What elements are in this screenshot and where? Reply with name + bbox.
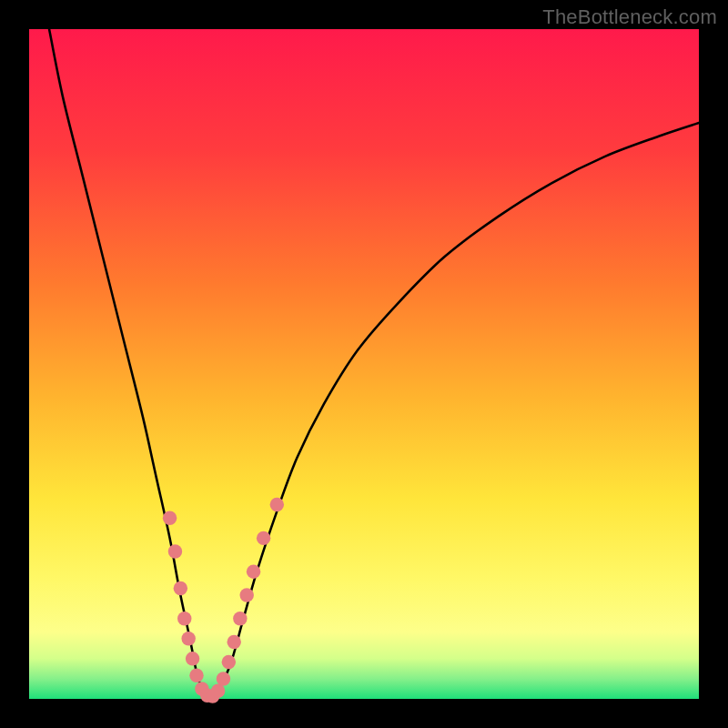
data-marker bbox=[168, 544, 182, 558]
bottleneck-curve bbox=[49, 29, 699, 699]
watermark-text: TheBottleneck.com bbox=[542, 5, 717, 29]
data-marker bbox=[177, 612, 191, 625]
chart-svg bbox=[29, 29, 699, 699]
chart-frame: TheBottleneck.com bbox=[0, 0, 728, 728]
data-marker bbox=[239, 588, 253, 602]
data-marker bbox=[217, 672, 230, 685]
data-marker bbox=[174, 581, 187, 595]
data-marker bbox=[163, 511, 177, 525]
data-marker bbox=[227, 635, 240, 649]
data-marker bbox=[211, 683, 225, 697]
data-marker bbox=[247, 564, 260, 578]
plot-area bbox=[29, 29, 699, 699]
data-marker bbox=[222, 655, 236, 669]
data-marker bbox=[270, 498, 284, 511]
data-marker bbox=[189, 669, 203, 682]
data-marker bbox=[186, 652, 199, 665]
data-marker bbox=[181, 632, 195, 645]
data-marker bbox=[233, 612, 247, 625]
data-marker bbox=[257, 531, 270, 545]
